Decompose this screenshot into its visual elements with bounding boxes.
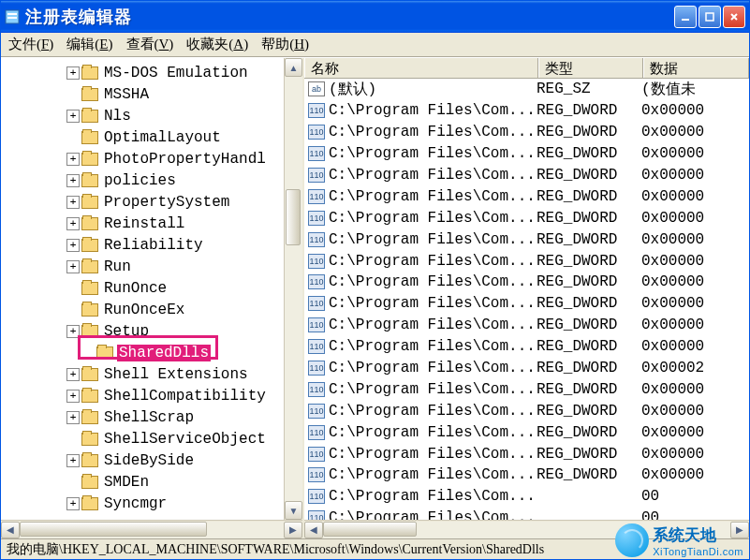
value-name: C:\Program Files\Com... (329, 466, 537, 483)
col-name[interactable]: 名称 (304, 58, 538, 78)
expand-icon[interactable]: + (66, 260, 80, 273)
expand-icon[interactable]: + (66, 217, 80, 230)
tree-item[interactable]: OptimalLayout (1, 126, 284, 148)
value-row[interactable]: 110C:\Program Files\Com...REG_DWORD0x000… (304, 293, 749, 315)
expand-icon[interactable]: + (66, 454, 80, 467)
value-row[interactable]: 110C:\Program Files\Com...00 (304, 508, 749, 520)
minimize-button[interactable] (674, 6, 697, 28)
col-type[interactable]: 类型 (538, 58, 643, 78)
column-headers[interactable]: 名称 类型 数据 (304, 58, 749, 79)
tree-item-label: PropertySystem (102, 194, 231, 211)
tree-item[interactable]: RunOnceEx (1, 299, 284, 320)
value-row[interactable]: ab(默认)REG_SZ(数值未 (304, 79, 749, 100)
menu-help[interactable]: 帮助(H) (261, 36, 309, 53)
tree-item[interactable]: SharedDlls (1, 342, 284, 363)
value-row[interactable]: 110C:\Program Files\Com...00 (304, 486, 749, 508)
hscroll-thumb[interactable] (20, 522, 207, 537)
tree-item[interactable]: +Run (1, 256, 284, 277)
tree-item[interactable]: ShellServiceObject (1, 428, 284, 449)
scroll-right-icon[interactable]: ▶ (284, 522, 302, 538)
value-row[interactable]: 110C:\Program Files\Com...REG_DWORD0x000… (304, 250, 749, 272)
expand-icon[interactable]: + (66, 368, 80, 381)
binary-value-icon: 110 (308, 382, 325, 397)
tree-item[interactable]: +ShellScrap (1, 406, 284, 428)
expand-icon[interactable]: + (66, 239, 80, 252)
registry-tree[interactable]: +MS-DOS EmulationMSSHA+NlsOptimalLayout+… (1, 58, 284, 520)
tree-item-label: Setup (102, 323, 151, 340)
value-row[interactable]: 110C:\Program Files\Com...REG_DWORD0x000… (304, 185, 749, 207)
value-row[interactable]: 110C:\Program Files\Com...REG_DWORD0x000… (304, 228, 749, 250)
value-row[interactable]: 110C:\Program Files\Com...REG_DWORD0x000… (304, 122, 749, 143)
expand-icon[interactable]: + (66, 325, 80, 338)
value-row[interactable]: 110C:\Program Files\Com...REG_DWORD0x000… (304, 165, 749, 186)
value-row[interactable]: 110C:\Program Files\Com...REG_DWORD0x000… (304, 100, 749, 122)
value-data: 0x00000 (641, 102, 749, 119)
value-row[interactable]: 110C:\Program Files\Com...REG_DWORD0x000… (304, 400, 749, 421)
maximize-button[interactable] (699, 6, 721, 28)
tree-item[interactable]: +ShellCompatibility (1, 385, 284, 406)
close-button[interactable] (723, 6, 745, 28)
value-row[interactable]: 110C:\Program Files\Com...REG_DWORD0x000… (304, 378, 749, 400)
expand-icon[interactable]: + (66, 174, 80, 187)
tree-item[interactable]: +PropertySystem (1, 191, 284, 213)
value-row[interactable]: 110C:\Program Files\Com...REG_DWORD0x000… (304, 143, 749, 165)
tree-item-label: SMDEn (102, 474, 151, 491)
value-data: 0x00000 (641, 466, 749, 483)
menu-view[interactable]: 查看(V) (126, 36, 174, 53)
menu-file[interactable]: 文件(F) (8, 36, 53, 53)
menu-edit[interactable]: 编辑(E) (66, 36, 112, 53)
tree-item[interactable]: +Syncmgr (1, 493, 284, 514)
folder-icon (96, 346, 113, 360)
expand-icon[interactable]: + (66, 196, 80, 209)
menu-favorites[interactable]: 收藏夹(A) (186, 36, 248, 53)
scroll-left-icon[interactable]: ◀ (304, 522, 323, 538)
values-list[interactable]: ab(默认)REG_SZ(数值未110C:\Program Files\Com.… (304, 79, 749, 520)
tree-item-label: SharedDlls (117, 345, 211, 361)
binary-value-icon: 110 (308, 317, 325, 332)
value-data: 0x00000 (641, 253, 749, 270)
hscroll-thumb[interactable] (323, 522, 417, 537)
expand-icon[interactable]: + (66, 411, 80, 424)
tree-item[interactable]: SMDEn (1, 471, 284, 493)
value-row[interactable]: 110C:\Program Files\Com...REG_DWORD0x000… (304, 207, 749, 228)
tree-item[interactable]: +MS-DOS Emulation (1, 62, 284, 83)
col-data[interactable]: 数据 (643, 58, 749, 78)
tree-item[interactable]: +Nls (1, 105, 284, 126)
scroll-left-icon[interactable]: ◀ (1, 522, 20, 538)
expand-icon[interactable]: + (66, 153, 80, 166)
tree-item[interactable]: +SideBySide (1, 449, 284, 471)
expand-icon[interactable]: + (66, 66, 80, 80)
tree-hscroll[interactable]: ◀ ▶ (1, 520, 302, 538)
value-row[interactable]: 110C:\Program Files\Com...REG_DWORD0x000… (304, 315, 749, 336)
value-row[interactable]: 110C:\Program Files\Com...REG_DWORD0x000… (304, 464, 749, 486)
tree-item[interactable]: +Reinstall (1, 213, 284, 234)
binary-value-icon: 110 (308, 425, 325, 440)
tree-item[interactable]: +Setup (1, 320, 284, 342)
tree-item[interactable]: +policies (1, 169, 284, 191)
binary-value-icon: 110 (308, 189, 325, 204)
expand-icon[interactable]: + (66, 497, 80, 510)
folder-icon (81, 110, 98, 123)
scroll-up-icon[interactable]: ▲ (285, 58, 302, 77)
tree-item-label: MSSHA (102, 86, 151, 103)
tree-item[interactable]: RunOnce (1, 277, 284, 299)
expand-icon[interactable]: + (66, 390, 80, 403)
value-name: C:\Program Files\Com... (329, 295, 537, 312)
value-row[interactable]: 110C:\Program Files\Com...REG_DWORD0x000… (304, 358, 749, 379)
folder-icon (81, 196, 98, 209)
tree-item[interactable]: MSSHA (1, 83, 284, 105)
scroll-down-icon[interactable]: ▼ (285, 501, 302, 520)
value-row[interactable]: 110C:\Program Files\Com...REG_DWORD0x000… (304, 421, 749, 443)
tree-vscroll[interactable]: ▲ ▼ (284, 58, 302, 520)
titlebar[interactable]: 注册表编辑器 (1, 1, 749, 33)
value-row[interactable]: 110C:\Program Files\Com...REG_DWORD0x000… (304, 272, 749, 293)
value-row[interactable]: 110C:\Program Files\Com...REG_DWORD0x000… (304, 336, 749, 358)
tree-item[interactable]: +Reliability (1, 234, 284, 256)
expand-icon[interactable]: + (66, 110, 80, 123)
tree-item[interactable]: +Shell Extensions (1, 363, 284, 385)
tree-item[interactable]: +PhotoPropertyHandl (1, 148, 284, 169)
binary-value-icon: 110 (308, 274, 325, 289)
vscroll-thumb[interactable] (286, 189, 301, 245)
folder-icon (81, 88, 98, 101)
value-row[interactable]: 110C:\Program Files\Com...REG_DWORD0x000… (304, 443, 749, 464)
